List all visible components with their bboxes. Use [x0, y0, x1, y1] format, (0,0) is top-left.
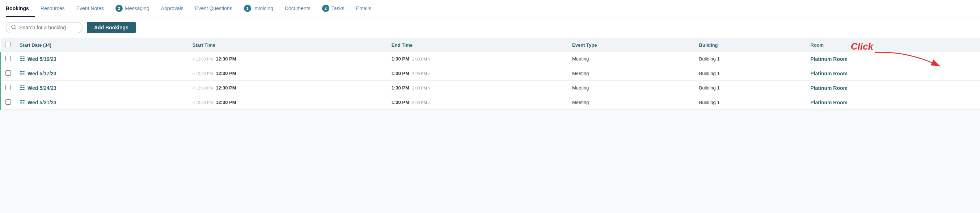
tab-tasks[interactable]: 2 Tasks [316, 0, 350, 17]
search-box[interactable] [6, 22, 83, 33]
row-start-time: < 12:00 PM 12:30 PM [188, 52, 387, 66]
row-building: Building 1 [695, 95, 806, 110]
tab-event-notes[interactable]: Event Notes [70, 0, 110, 17]
header-event-type: Event Type [568, 38, 695, 52]
tab-invoicing[interactable]: 1 Invoicing [238, 0, 279, 17]
toolbar: Add Bookings [0, 18, 980, 38]
tab-bar: Bookings Resources Event Notes 2 Messagi… [0, 0, 980, 18]
table-header-row: Start Date (34) Start Time End Time Even… [1, 38, 980, 52]
row-building: Building 1 [695, 52, 806, 66]
end-time-next-arrow[interactable]: 2:00 PM > [412, 86, 430, 90]
search-icon [11, 25, 16, 31]
row-date: ☷ Wed 5/24/23 [15, 81, 188, 95]
header-room: Room [806, 38, 980, 52]
document-icon: ☷ [19, 55, 25, 62]
header-start-date: Start Date (34) [15, 38, 188, 52]
tab-bookings[interactable]: Bookings [6, 0, 35, 17]
row-building: Building 1 [695, 66, 806, 81]
header-end-time: End Time [387, 38, 568, 52]
table-row: ☷ Wed 5/17/23 < 12:00 PM 12:30 PM 1:30 P… [1, 66, 980, 81]
row-room[interactable]: Platinum Room [806, 81, 980, 95]
add-bookings-button[interactable]: Add Bookings [87, 22, 136, 33]
row-checkbox[interactable] [5, 99, 11, 105]
row-building: Building 1 [695, 81, 806, 95]
messaging-badge: 2 [115, 5, 123, 12]
row-start-time: < 12:00 PM 12:30 PM [188, 66, 387, 81]
start-time-prev-arrow[interactable]: < 12:00 PM [192, 57, 213, 61]
tab-event-questions[interactable]: Event Questions [189, 0, 238, 17]
row-event-type: Meeting [568, 66, 695, 81]
bookings-table-container: Click Start Date (34) Start Time [0, 38, 980, 110]
tab-bookings-label: Bookings [6, 5, 29, 11]
tab-event-notes-label: Event Notes [76, 5, 104, 11]
tab-messaging[interactable]: 2 Messaging [110, 0, 155, 17]
row-date: ☷ Wed 5/10/23 [15, 52, 188, 66]
header-building: Building [695, 38, 806, 52]
table-row: ☷ Wed 5/24/23 < 12:00 PM 12:30 PM 1:30 P… [1, 81, 980, 95]
tab-messaging-label: Messaging [125, 5, 150, 11]
start-time-prev-arrow[interactable]: < 12:00 PM [192, 71, 213, 76]
row-checkbox-cell [1, 52, 16, 66]
document-icon: ☷ [19, 99, 25, 106]
header-checkbox-col [1, 38, 16, 52]
row-checkbox[interactable] [5, 56, 11, 61]
start-time-prev-arrow[interactable]: < 12:00 PM [192, 86, 213, 90]
row-checkbox-cell [1, 81, 16, 95]
document-icon: ☷ [19, 85, 25, 91]
row-start-time: < 12:00 PM 12:30 PM [188, 81, 387, 95]
tab-event-questions-label: Event Questions [195, 5, 232, 11]
row-checkbox[interactable] [5, 85, 11, 90]
tab-resources[interactable]: Resources [35, 0, 70, 17]
row-start-time: < 12:00 PM 12:30 PM [188, 95, 387, 110]
tab-documents-label: Documents [285, 5, 310, 11]
start-time-prev-arrow[interactable]: < 12:00 PM [192, 100, 213, 105]
header-start-time: Start Time [188, 38, 387, 52]
tab-invoicing-label: Invoicing [253, 5, 273, 11]
tab-emails[interactable]: Emails [350, 0, 377, 17]
end-time-next-arrow[interactable]: 2:00 PM > [412, 100, 430, 105]
document-icon: ☷ [19, 70, 25, 77]
row-event-type: Meeting [568, 52, 695, 66]
row-checkbox[interactable] [5, 70, 11, 76]
row-checkbox-cell [1, 95, 16, 110]
row-room[interactable]: Platinum Room [806, 95, 980, 110]
tab-emails-label: Emails [356, 5, 371, 11]
end-time-next-arrow[interactable]: 2:00 PM > [412, 57, 430, 61]
table-row: ☷ Wed 5/31/23 < 12:00 PM 12:30 PM 1:30 P… [1, 95, 980, 110]
row-end-time: 1:30 PM 2:00 PM > [387, 81, 568, 95]
invoicing-badge: 1 [244, 5, 251, 12]
svg-line-1 [15, 28, 16, 29]
row-event-type: Meeting [568, 95, 695, 110]
end-time-next-arrow[interactable]: 2:00 PM > [412, 71, 430, 76]
tasks-badge: 2 [322, 5, 329, 12]
tab-approvals-label: Approvals [161, 5, 183, 11]
tab-approvals[interactable]: Approvals [155, 0, 189, 17]
row-room[interactable]: Platinum Room [806, 66, 980, 81]
row-end-time: 1:30 PM 2:00 PM > [387, 66, 568, 81]
select-all-checkbox[interactable] [5, 42, 11, 47]
row-date: ☷ Wed 5/31/23 [15, 95, 188, 110]
tab-resources-label: Resources [41, 5, 65, 11]
table-row: ☷ Wed 5/10/23 < 12:00 PM 12:30 PM 1:30 P… [1, 52, 980, 66]
tab-documents[interactable]: Documents [279, 0, 316, 17]
row-room[interactable]: Platinum Room [806, 52, 980, 66]
row-end-time: 1:30 PM 2:00 PM > [387, 95, 568, 110]
search-input[interactable] [19, 25, 77, 30]
tab-tasks-label: Tasks [331, 5, 345, 11]
row-end-time: 1:30 PM 2:00 PM > [387, 52, 568, 66]
row-checkbox-cell [1, 66, 16, 81]
row-event-type: Meeting [568, 81, 695, 95]
bookings-table: Start Date (34) Start Time End Time Even… [0, 38, 980, 110]
row-date: ☷ Wed 5/17/23 [15, 66, 188, 81]
